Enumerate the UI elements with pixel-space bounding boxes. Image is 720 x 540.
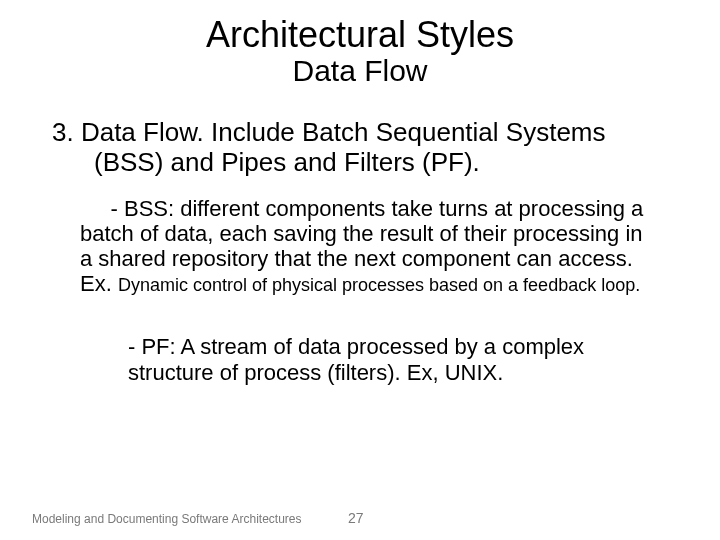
slide-footer: Modeling and Documenting Software Archit…	[32, 512, 688, 526]
pf-text: - PF: A stream of data processed by a co…	[128, 334, 584, 385]
page-title: Architectural Styles	[0, 14, 720, 56]
bss-paragraph: - BSS: different components take turns a…	[80, 196, 648, 296]
section-heading-line2: (BSS) and Pipes and Filters (PF).	[52, 148, 668, 178]
page-subtitle: Data Flow	[0, 54, 720, 88]
bss-lead-spaces	[80, 196, 111, 221]
footer-page-number: 27	[348, 510, 364, 526]
section-heading: 3. Data Flow. Include Batch Sequential S…	[52, 118, 668, 178]
section-heading-line1: 3. Data Flow. Include Batch Sequential S…	[52, 118, 668, 148]
bss-example-text: Dynamic control of physical processes ba…	[118, 275, 640, 295]
pf-paragraph: - PF: A stream of data processed by a co…	[128, 334, 648, 386]
footer-source: Modeling and Documenting Software Archit…	[32, 512, 301, 526]
